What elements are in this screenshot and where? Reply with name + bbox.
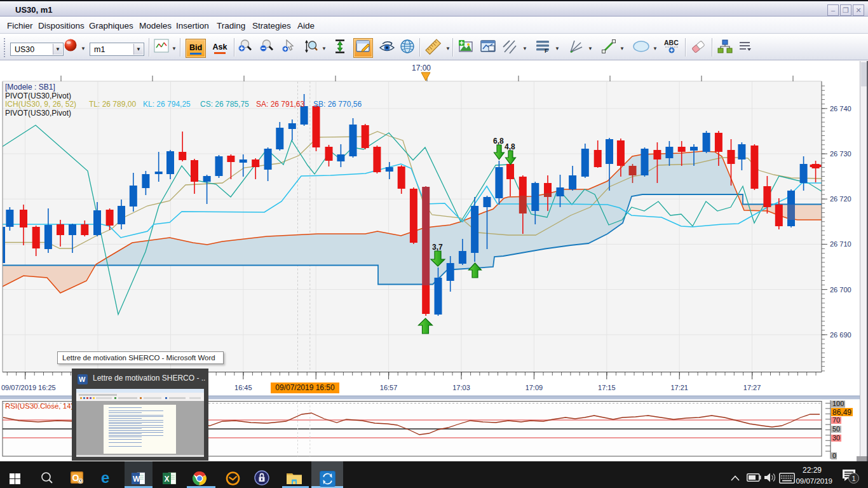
svg-text:16:57: 16:57 (380, 384, 398, 391)
svg-text:70: 70 (832, 416, 840, 424)
svg-text:26 730: 26 730 (830, 150, 851, 158)
svg-text:17:27: 17:27 (743, 384, 761, 391)
svg-text:26 700: 26 700 (830, 286, 851, 294)
svg-text:e: e (101, 470, 109, 486)
svg-text:26 740: 26 740 (830, 105, 851, 112)
svg-text:30: 30 (832, 434, 840, 442)
svg-text:ABC: ABC (664, 39, 679, 46)
svg-text:W: W (133, 475, 140, 484)
svg-text:09/07/2019 16:25: 09/07/2019 16:25 (1, 384, 56, 391)
svg-text:17:21: 17:21 (670, 384, 688, 391)
svg-text:PIVOT(US30,Pivot): PIVOT(US30,Pivot) (5, 109, 71, 118)
svg-text:26 710: 26 710 (830, 240, 851, 248)
svg-text:X: X (165, 475, 170, 484)
svg-text:86,49: 86,49 (832, 408, 851, 417)
svg-text:PIVOT(US30,Pivot): PIVOT(US30,Pivot) (5, 92, 71, 100)
svg-text:26 690: 26 690 (830, 331, 851, 339)
svg-text:RSI(US30.Close, 14): RSI(US30.Close, 14) (5, 402, 74, 410)
svg-text:17:15: 17:15 (598, 384, 616, 391)
svg-text:0: 0 (832, 452, 836, 459)
svg-text:17:03: 17:03 (452, 384, 470, 391)
svg-text:100: 100 (832, 400, 844, 407)
svg-text:4,8: 4,8 (505, 142, 515, 151)
svg-text:16:45: 16:45 (234, 384, 252, 391)
svg-text:3,7: 3,7 (432, 243, 443, 252)
svg-text:6,8: 6,8 (493, 137, 504, 146)
svg-text:09/07/2019 16:50: 09/07/2019 16:50 (275, 383, 335, 392)
svg-text:17:00: 17:00 (412, 64, 431, 72)
svg-text:26 720: 26 720 (830, 195, 851, 203)
svg-text:F: F (545, 48, 548, 53)
svg-text:[Modele : SB1]: [Modele : SB1] (5, 83, 55, 92)
svg-text:50: 50 (832, 425, 840, 433)
svg-text:17:09: 17:09 (526, 384, 543, 391)
